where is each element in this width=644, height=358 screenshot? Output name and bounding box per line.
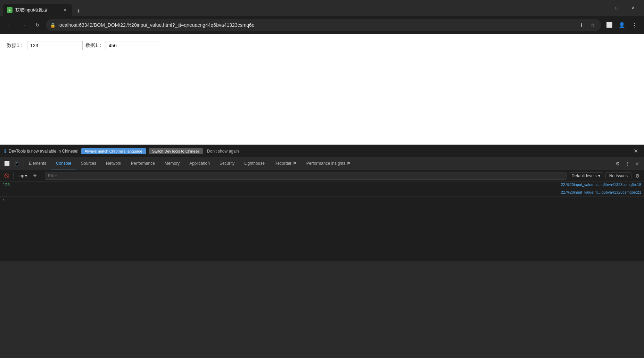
devtools-tab-actions: ⚙ ⋮ ✕ bbox=[611, 160, 644, 168]
console-log-line-2: 22.%20input_value.ht…q6bva41323csmq6e:21 bbox=[0, 189, 644, 197]
devtools-close-icon[interactable]: ✕ bbox=[633, 160, 641, 168]
switch-to-chinese-button[interactable]: Switch DevTools to Chinese bbox=[149, 148, 203, 154]
bookmark-icon[interactable]: ☆ bbox=[588, 21, 597, 29]
always-match-language-button[interactable]: Always match Chrome's language bbox=[81, 148, 146, 154]
tab-favicon: ✦ bbox=[7, 7, 13, 13]
page-form: 数据1： 数据1： bbox=[7, 41, 637, 50]
console-output: 123 22.%20input_value.ht…q6bva41323csmq6… bbox=[0, 181, 644, 261]
console-context-selector[interactable]: top ▾ bbox=[16, 173, 29, 179]
chevron-down-icon-2: ▾ bbox=[598, 173, 600, 178]
tab-performance-insights[interactable]: Performance insights ⚑ bbox=[302, 157, 355, 170]
tab-sources[interactable]: Sources bbox=[76, 157, 101, 170]
console-context-label: top bbox=[18, 173, 24, 178]
security-lock-icon: 🔒 bbox=[50, 23, 56, 28]
tab-memory[interactable]: Memory bbox=[160, 157, 184, 170]
tab-title: 获取input框数据 bbox=[15, 7, 59, 13]
toolbar-buttons: ⬜ 👤 ⋮ bbox=[604, 19, 640, 31]
tab-performance[interactable]: Performance bbox=[126, 157, 160, 170]
url-bar[interactable]: 🔒 localhost:63342/BOM_DOM/22.%20input_va… bbox=[46, 19, 601, 31]
share-icon[interactable]: ⬆ bbox=[577, 21, 586, 29]
tab-application[interactable]: Application bbox=[184, 157, 215, 170]
devtools-device-icon[interactable]: 📱 bbox=[13, 160, 21, 168]
info-icon: ℹ bbox=[4, 148, 6, 154]
browser-tab-active[interactable]: ✦ 获取input框数据 ✕ bbox=[3, 4, 72, 16]
sidebar-toggle-button[interactable]: ⬜ bbox=[604, 19, 615, 31]
input-field-2[interactable] bbox=[106, 41, 161, 50]
devtools-notification-bar: ℹ DevTools is now available in Chinese! … bbox=[0, 145, 644, 157]
tab-security[interactable]: Security bbox=[215, 157, 239, 170]
toolbar-separator-2 bbox=[42, 172, 42, 179]
devtools-panel: ⬜ 📱 Elements Console Sources Network Per… bbox=[0, 157, 644, 261]
tab-lighthouse[interactable]: Lighthouse bbox=[239, 157, 270, 170]
toolbar-separator bbox=[13, 172, 14, 179]
tab-bar: ✦ 获取input框数据 ✕ + bbox=[3, 0, 592, 16]
console-toolbar: 🚫 top ▾ 👁 Default levels ▾ No Issues ⚙ bbox=[0, 170, 644, 181]
forward-button[interactable]: → bbox=[18, 19, 29, 31]
tab-network[interactable]: Network bbox=[101, 157, 126, 170]
close-button[interactable]: ✕ bbox=[625, 2, 641, 14]
window-controls: ─ □ ✕ bbox=[592, 2, 641, 14]
page-content: 数据1： 数据1： bbox=[0, 34, 644, 145]
label-input2: 数据1： bbox=[85, 42, 103, 49]
devtools-panel-controls: ⬜ 📱 bbox=[0, 160, 24, 168]
console-filter-input[interactable] bbox=[45, 172, 567, 180]
input-field-1[interactable] bbox=[27, 41, 83, 50]
tab-console[interactable]: Console bbox=[51, 157, 76, 170]
tab-recorder[interactable]: Recorder ⚑ bbox=[270, 157, 302, 170]
dont-show-again-link[interactable]: Don't show again bbox=[207, 149, 239, 154]
console-source-link-1[interactable]: 22.%20input_value.ht…q6bva41323csmq6e:18 bbox=[561, 182, 641, 187]
devtools-more-icon[interactable]: ⋮ bbox=[623, 160, 631, 168]
no-issues-button[interactable]: No Issues bbox=[605, 172, 631, 179]
new-tab-button[interactable]: + bbox=[74, 6, 83, 16]
notification-close-button[interactable]: ✕ bbox=[631, 147, 640, 155]
url-text: localhost:63342/BOM_DOM/22.%20input_valu… bbox=[58, 22, 575, 28]
console-eye-button[interactable]: 👁 bbox=[31, 172, 39, 180]
url-actions: ⬆ ☆ bbox=[577, 21, 597, 29]
console-log-line: 123 22.%20input_value.ht…q6bva41323csmq6… bbox=[0, 181, 644, 189]
address-bar: ← → ↻ 🔒 localhost:63342/BOM_DOM/22.%20in… bbox=[0, 16, 644, 34]
default-levels-label: Default levels bbox=[572, 173, 597, 178]
label-input1: 数据1： bbox=[7, 42, 24, 49]
notification-text: DevTools is now available in Chinese! bbox=[9, 149, 79, 154]
tab-elements[interactable]: Elements bbox=[24, 157, 51, 170]
devtools-settings-icon[interactable]: ⚙ bbox=[613, 160, 622, 168]
bottom-area bbox=[0, 261, 644, 358]
back-button[interactable]: ← bbox=[4, 19, 15, 31]
devtools-inspect-icon[interactable]: ⬜ bbox=[3, 160, 11, 168]
devtools-tab-list: Elements Console Sources Network Perform… bbox=[24, 157, 611, 170]
chevron-down-icon: ▾ bbox=[25, 173, 27, 178]
profile-button[interactable]: 👤 bbox=[616, 19, 627, 31]
console-settings-icon[interactable]: ⚙ bbox=[634, 172, 641, 180]
console-clear-button[interactable]: 🚫 bbox=[3, 172, 10, 180]
minimize-button[interactable]: ─ bbox=[592, 2, 608, 14]
default-levels-dropdown[interactable]: Default levels ▾ bbox=[569, 172, 603, 179]
console-log-value: 123 bbox=[3, 182, 17, 187]
devtools-tab-bar: ⬜ 📱 Elements Console Sources Network Per… bbox=[0, 157, 644, 170]
more-menu-button[interactable]: ⋮ bbox=[629, 19, 640, 31]
maximize-button[interactable]: □ bbox=[609, 2, 625, 14]
title-bar: ✦ 获取input框数据 ✕ + ─ □ ✕ bbox=[0, 0, 644, 16]
tab-close-button[interactable]: ✕ bbox=[62, 7, 68, 13]
reload-button[interactable]: ↻ bbox=[32, 19, 43, 31]
chrome-window: ✦ 获取input框数据 ✕ + ─ □ ✕ ← → ↻ 🔒 localhost… bbox=[0, 0, 644, 358]
console-expand-icon[interactable]: › bbox=[0, 197, 644, 203]
console-source-link-2[interactable]: 22.%20input_value.ht…q6bva41323csmq6e:21 bbox=[561, 190, 641, 194]
